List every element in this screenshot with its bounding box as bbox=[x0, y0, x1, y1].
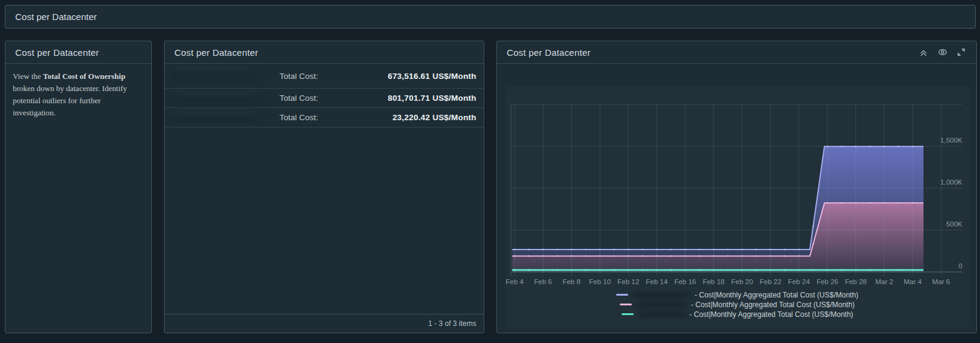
panel-title: Cost per Datacenter bbox=[507, 47, 591, 58]
x-axis-tick-label: Feb 14 bbox=[646, 278, 668, 285]
y-axis-tick-label: 500K bbox=[946, 220, 962, 228]
legend-label: - Cost|Monthly Aggregated Total Cost (US… bbox=[691, 301, 855, 309]
x-axis-tick-label: Feb 24 bbox=[788, 278, 810, 285]
legend-swatch bbox=[616, 294, 628, 296]
x-axis-tick-label: Feb 4 bbox=[505, 278, 524, 285]
description-text: View the Total Cost of Ownership broken … bbox=[5, 64, 151, 126]
x-axis-tick-label: Feb 22 bbox=[759, 278, 781, 285]
eye-icon[interactable] bbox=[937, 47, 948, 58]
chart-legend: - Cost|Monthly Aggregated Total Cost (US… bbox=[505, 290, 969, 319]
list-item[interactable]: Total Cost: 801,701.71 US$/Month bbox=[165, 89, 484, 108]
datacenter-name-redacted bbox=[171, 67, 255, 80]
x-axis-tick-label: Mar 6 bbox=[932, 278, 950, 285]
list-item[interactable]: Total Cost: 23,220.42 US$/Month bbox=[165, 108, 484, 127]
x-axis-tick-label: Mar 4 bbox=[903, 278, 922, 285]
description-suffix: broken down by datacenter. Identify pote… bbox=[13, 84, 127, 117]
description-bold: Total Cost of Ownership bbox=[43, 72, 126, 81]
panel-cost-chart: Cost per Datacenter 0500K1,000K1,500KFeb… bbox=[496, 41, 977, 333]
x-axis-tick-label: Feb 16 bbox=[674, 278, 696, 285]
legend-item[interactable]: - Cost|Monthly Aggregated Total Cost (US… bbox=[616, 290, 858, 299]
total-cost-label: Total Cost: bbox=[279, 93, 318, 103]
legend-swatch bbox=[622, 313, 634, 315]
expand-icon[interactable] bbox=[956, 47, 967, 58]
x-axis-tick-label: Feb 10 bbox=[589, 278, 611, 285]
panel-title: Cost per Datacenter bbox=[174, 47, 258, 58]
collapse-icon[interactable] bbox=[918, 47, 929, 58]
description-panel-header[interactable]: Cost per Datacenter bbox=[5, 41, 151, 64]
y-axis-tick-label: 0 bbox=[959, 262, 962, 270]
total-cost-value: 23,220.42 US$/Month bbox=[392, 113, 476, 122]
datacenter-name-redacted bbox=[171, 111, 259, 124]
legend-item[interactable]: - Cost|Monthly Aggregated Total Cost (US… bbox=[620, 300, 855, 309]
dashboard-title-bar: Cost per Datacenter bbox=[5, 5, 976, 29]
x-axis-tick-label: Feb 12 bbox=[617, 278, 639, 285]
pagination-bar: 1 - 3 of 3 items bbox=[165, 314, 484, 333]
list-item[interactable]: Total Cost: 673,516.61 US$/Month bbox=[165, 64, 484, 89]
legend-item[interactable]: - Cost|Monthly Aggregated Total Cost (US… bbox=[622, 310, 854, 319]
panel-cost-list: Cost per Datacenter Total Cost: 673,516.… bbox=[164, 41, 484, 333]
area-series-1 bbox=[512, 203, 923, 272]
cost-list: Total Cost: 673,516.61 US$/Month Total C… bbox=[165, 64, 484, 127]
x-axis-tick-label: Feb 6 bbox=[534, 278, 552, 285]
legend-label: - Cost|Monthly Aggregated Total Cost (US… bbox=[690, 310, 854, 319]
total-cost-value: 801,701.71 US$/Month bbox=[388, 93, 476, 103]
x-axis-tick-label: Feb 18 bbox=[703, 278, 725, 285]
panel-description: Cost per Datacenter View the Total Cost … bbox=[5, 41, 152, 333]
x-axis-tick-label: Feb 26 bbox=[817, 278, 838, 285]
cost-chart: 0500K1,000K1,500KFeb 4Feb 6Feb 8Feb 10Fe… bbox=[505, 86, 969, 328]
legend-name-redacted bbox=[632, 292, 691, 298]
panel-title: Cost per Datacenter bbox=[15, 47, 99, 58]
pagination-text: 1 - 3 of 3 items bbox=[428, 319, 476, 328]
x-axis-tick-label: Feb 20 bbox=[731, 278, 753, 285]
description-prefix: View the bbox=[13, 72, 43, 81]
legend-label: - Cost|Monthly Aggregated Total Cost (US… bbox=[694, 291, 858, 299]
legend-name-redacted bbox=[636, 302, 687, 308]
legend-name-redacted bbox=[638, 311, 686, 318]
legend-swatch bbox=[620, 304, 632, 305]
cost-list-panel-header[interactable]: Cost per Datacenter bbox=[165, 41, 484, 64]
dashboard-title: Cost per Datacenter bbox=[15, 12, 97, 22]
total-cost-value: 673,516.61 US$/Month bbox=[388, 72, 476, 81]
total-cost-label: Total Cost: bbox=[279, 113, 318, 122]
chart-panel-header[interactable]: Cost per Datacenter bbox=[497, 41, 976, 64]
y-axis-tick-label: 1,000K bbox=[941, 178, 963, 186]
total-cost-label: Total Cost: bbox=[279, 72, 318, 81]
datacenter-name-redacted bbox=[171, 92, 262, 104]
x-axis-tick-label: Feb 8 bbox=[563, 278, 580, 285]
y-axis-tick-label: 1,500K bbox=[941, 137, 963, 144]
x-axis-tick-label: Feb 28 bbox=[845, 278, 867, 285]
x-axis-tick-label: Mar 2 bbox=[875, 278, 893, 285]
